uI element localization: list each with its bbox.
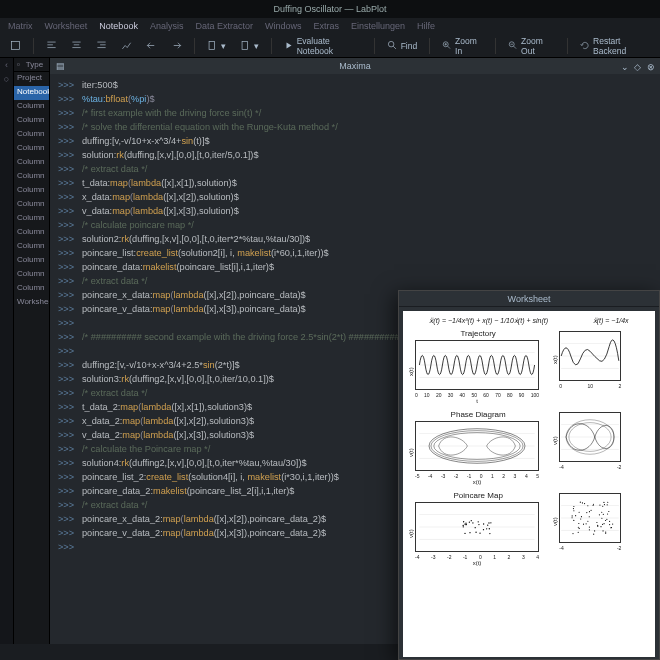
svg-point-94 [587, 512, 588, 513]
menubar: MatrixWorksheetNotebookAnalysisData Extr… [0, 18, 660, 34]
svg-rect-2 [242, 41, 248, 49]
svg-point-61 [583, 524, 584, 525]
svg-point-87 [607, 519, 608, 520]
notebook-title: Maxima [339, 61, 371, 71]
svg-point-33 [475, 532, 476, 533]
svg-point-78 [572, 517, 573, 518]
evaluate-notebook-button[interactable]: Evaluate Notebook [280, 34, 366, 58]
minimize-icon[interactable]: ⌄ [621, 62, 630, 71]
svg-point-112 [602, 518, 603, 519]
svg-point-89 [574, 520, 575, 521]
sidebar-item-project[interactable]: Project [14, 72, 49, 86]
svg-point-67 [579, 523, 580, 524]
menu-data extractor[interactable]: Data Extractor [195, 21, 253, 31]
plot-p4: v(t) -4-2 [551, 410, 651, 485]
sidebar-item-column[interactable]: Column [14, 212, 49, 226]
toolbar-icon[interactable] [6, 38, 25, 53]
sidebar-item-column[interactable]: Column [14, 170, 49, 184]
close-icon[interactable]: ⊗ [647, 62, 656, 71]
svg-point-36 [463, 521, 464, 522]
find-button[interactable]: Find [383, 38, 422, 53]
svg-point-99 [602, 524, 603, 525]
svg-point-45 [483, 523, 484, 524]
svg-point-29 [469, 521, 470, 522]
svg-point-85 [593, 534, 594, 535]
svg-point-47 [489, 533, 490, 534]
menu-hilfe[interactable]: Hilfe [417, 21, 435, 31]
chart-icon[interactable] [117, 38, 136, 53]
collapse-icon[interactable]: ‹ [0, 58, 13, 72]
menu-analysis[interactable]: Analysis [150, 21, 184, 31]
panel-icon[interactable]: ○ [0, 72, 13, 86]
svg-point-28 [478, 521, 479, 522]
plot-p6: v(t) -4-2 [551, 491, 651, 566]
svg-point-111 [580, 502, 581, 503]
svg-point-102 [612, 524, 613, 525]
svg-point-98 [584, 503, 585, 504]
svg-point-110 [607, 513, 608, 514]
new-doc-icon[interactable]: ▾ [203, 38, 230, 53]
svg-point-74 [604, 504, 605, 505]
svg-point-68 [600, 505, 601, 506]
svg-point-60 [589, 516, 590, 517]
svg-point-109 [607, 502, 608, 503]
svg-point-64 [573, 533, 574, 534]
svg-point-75 [574, 506, 575, 507]
zoom-out-button[interactable]: Zoom Out [504, 34, 559, 58]
svg-point-80 [597, 522, 598, 523]
window-title: Duffing Oscillator — LabPlot [0, 0, 660, 18]
svg-point-34 [479, 533, 480, 534]
svg-point-44 [464, 533, 465, 534]
svg-point-49 [471, 520, 472, 521]
sidebar-item-worksheet[interactable]: Worksheet [14, 296, 49, 310]
align-right-icon[interactable] [92, 38, 111, 53]
sidebar-col-type: Type [23, 58, 46, 71]
svg-point-93 [604, 502, 605, 503]
svg-point-82 [594, 530, 595, 531]
plot-p3: Phase Diagram v(t) -5-4-3-2-1012345 x(t) [407, 410, 549, 485]
align-left-icon[interactable] [42, 38, 61, 53]
sidebar-item-column[interactable]: Column [14, 142, 49, 156]
svg-point-26 [465, 522, 466, 523]
menu-worksheet[interactable]: Worksheet [45, 21, 88, 31]
sidebar-item-column[interactable]: Column [14, 268, 49, 282]
worksheet-window[interactable]: Worksheet ẍ(t) = −1/4x³(t) + x(t) − 1/10… [398, 290, 660, 660]
menu-matrix[interactable]: Matrix [8, 21, 33, 31]
menu-einstellungen[interactable]: Einstellungen [351, 21, 405, 31]
svg-point-97 [598, 526, 599, 527]
menu-windows[interactable]: Windows [265, 21, 302, 31]
svg-point-54 [603, 530, 604, 531]
svg-point-32 [472, 522, 473, 523]
sidebar-item-column[interactable]: Column [14, 114, 49, 128]
svg-point-107 [611, 527, 612, 528]
sidebar-item-column[interactable]: Column [14, 198, 49, 212]
redo-icon[interactable] [167, 38, 186, 53]
align-center-icon[interactable] [67, 38, 86, 53]
sidebar-item-column[interactable]: Column [14, 100, 49, 114]
maximize-icon[interactable]: ◇ [634, 62, 643, 71]
sidebar-item-notebook[interactable]: Notebook [14, 86, 49, 100]
sidebar-item-column[interactable]: Column [14, 128, 49, 142]
sidebar-item-column[interactable]: Column [14, 184, 49, 198]
sidebar-item-column[interactable]: Column [14, 156, 49, 170]
svg-point-72 [602, 506, 603, 507]
svg-point-90 [582, 502, 583, 503]
svg-point-66 [579, 528, 580, 529]
svg-point-88 [588, 505, 589, 506]
undo-icon[interactable] [142, 38, 161, 53]
menu-notebook[interactable]: Notebook [99, 21, 138, 31]
svg-point-104 [609, 524, 610, 525]
restart-backend-button[interactable]: Restart Backend [576, 34, 654, 58]
left-bar: ‹ ○ [0, 58, 14, 644]
sidebar-item-column[interactable]: Column [14, 254, 49, 268]
svg-point-3 [388, 41, 394, 47]
sidebar-item-column[interactable]: Column [14, 226, 49, 240]
plot-p1: Trajectory x(t) 0102030405060708090100 t [407, 329, 549, 404]
menu-extras[interactable]: Extras [313, 21, 339, 31]
sidebar-item-column[interactable]: Column [14, 240, 49, 254]
sidebar-item-column[interactable]: Column [14, 282, 49, 296]
svg-point-83 [572, 515, 573, 516]
svg-point-59 [601, 526, 602, 527]
zoom-in-button[interactable]: Zoom In [438, 34, 487, 58]
new-doc2-icon[interactable]: ▾ [236, 38, 263, 53]
